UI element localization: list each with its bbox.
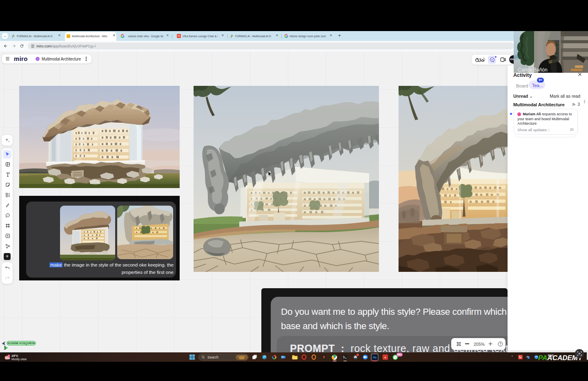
svg-text:1: 1: [8, 355, 9, 357]
svg-text:Ps: Ps: [373, 356, 376, 359]
